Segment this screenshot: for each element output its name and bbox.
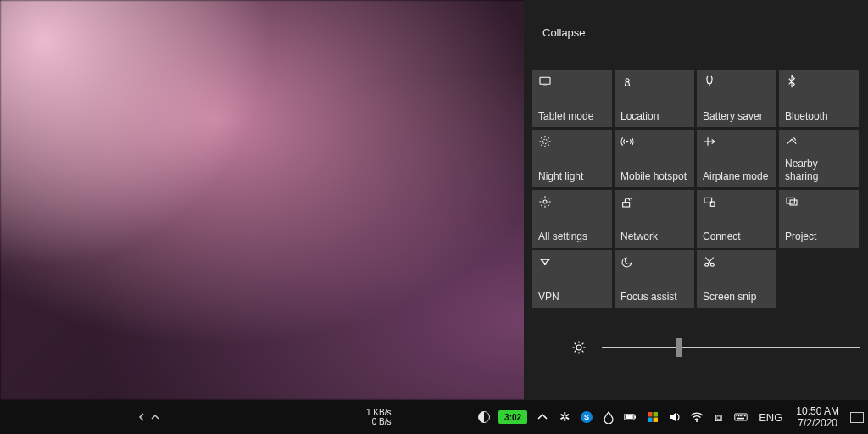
action-center-panel: Collapse Tablet modeLocationBattery save… [524,0,868,400]
svg-rect-44 [735,414,747,420]
svg-point-4 [542,139,547,143]
svg-rect-39 [648,412,653,417]
brightness-icon [571,340,587,355]
tile-label: Nearby sharing [785,158,853,182]
tile-label: VPN [538,291,606,303]
nearby-icon [785,135,798,148]
svg-rect-15 [623,203,630,207]
svg-rect-1 [543,86,547,86]
svg-rect-37 [635,415,637,418]
focus-icon [620,255,634,269]
net-upload-label: 1 KB/s [366,408,391,417]
tile-label: Focus assist [620,291,688,303]
svg-line-11 [541,144,542,145]
svg-line-33 [582,343,584,345]
clock-time: 10:50 AM [796,405,839,417]
brightness-slider[interactable] [602,341,860,354]
droplet-tray-icon[interactable] [598,400,620,434]
quick-action-nearby[interactable]: Nearby sharing [779,130,859,187]
svg-rect-38 [626,415,633,419]
quick-action-focus[interactable]: Focus assist [615,250,694,308]
svg-rect-49 [744,415,746,417]
svg-line-32 [575,351,576,353]
svg-point-25 [576,345,581,350]
quick-action-network[interactable]: Network [615,190,694,248]
clock-date: 7/2/2020 [798,417,837,429]
settings-tray-icon[interactable]: ✲ [554,400,576,434]
security-tray-icon[interactable] [642,400,664,434]
svg-rect-42 [654,418,659,423]
svg-line-10 [548,144,548,145]
svg-rect-40 [654,412,659,417]
quick-action-vpn[interactable]: VPN [532,250,612,308]
quick-action-project[interactable]: Project [779,190,859,248]
svg-rect-47 [740,415,742,417]
svg-rect-45 [737,415,738,417]
collapse-button[interactable]: Collapse [534,19,594,47]
location-icon [620,75,634,88]
phase-tray-icon[interactable] [474,400,494,434]
net-download-label: 0 B/s [366,417,391,426]
quick-action-grid: Tablet modeLocationBattery saverBluetoot… [532,70,861,308]
svg-rect-41 [648,418,653,423]
quick-action-night[interactable]: Night light [532,130,612,187]
airplane-icon [703,135,716,148]
tile-label: Night light [538,170,606,182]
net-speed-indicator: 1 KB/s 0 B/s [366,400,391,434]
left-arrow-icon [137,413,146,421]
quick-action-connect[interactable]: Connect [697,190,776,248]
tile-label: Connect [703,231,771,242]
tile-label: Tablet mode [538,110,606,122]
battery-tray-icon[interactable] [620,400,642,434]
quick-action-airplane[interactable]: Airplane mode [697,130,776,187]
project-icon [785,195,798,209]
svg-rect-18 [787,198,794,203]
svg-rect-46 [738,415,740,417]
night-icon [538,135,552,148]
snip-icon [703,255,716,269]
quick-action-snip[interactable]: Screen snip [697,250,776,308]
quick-action-hotspot[interactable]: Mobile hotspot [615,130,694,187]
svg-line-12 [548,137,548,138]
quick-action-bluetooth[interactable]: Bluetooth [779,70,859,127]
tile-label: Mobile hotspot [620,170,688,182]
quick-action-settings[interactable]: All settings [532,190,612,248]
vpn-icon [538,255,552,269]
tile-label: Location [620,110,688,122]
clock[interactable]: 10:50 AM 7/2/2020 [789,400,846,434]
quick-action-location[interactable]: Location [615,70,694,127]
battery-icon [703,75,716,88]
notifications-button[interactable] [846,400,868,434]
dropbox-tray-icon[interactable]: ⧈ [708,400,730,434]
quick-action-tablet[interactable]: Tablet mode [532,70,612,127]
battery-time-pill[interactable]: 3:02 [494,400,531,434]
network-icon [620,195,634,209]
skype-tray-icon[interactable]: S [576,400,598,434]
language-indicator[interactable]: ENG [752,400,789,434]
tray-overflow-button[interactable] [531,400,554,434]
connect-icon [703,195,716,209]
hotspot-icon [620,135,634,148]
svg-rect-19 [790,200,797,205]
bluetooth-icon [785,75,798,88]
tile-label: All settings [538,231,606,242]
svg-text:S: S [584,413,589,421]
tile-label: Airplane mode [703,170,771,182]
settings-icon [538,195,552,209]
svg-line-31 [582,351,584,353]
svg-line-30 [575,343,576,345]
keyboard-tray-icon[interactable] [730,400,752,434]
svg-rect-48 [743,415,744,417]
svg-point-13 [626,141,629,143]
taskbar: 1 KB/s 0 B/s 3:02 ✲ S ⧈ ENG 10:50 AM 7/2… [0,400,868,434]
svg-point-43 [696,420,698,422]
svg-rect-50 [737,418,744,420]
up-arrow-icon [151,413,159,421]
svg-point-14 [543,200,547,203]
tile-label: Battery saver [703,110,771,122]
volume-tray-icon[interactable] [664,400,686,434]
quick-action-battery[interactable]: Battery saver [697,70,776,127]
svg-line-9 [541,137,542,138]
wifi-tray-icon[interactable] [686,400,708,434]
tile-label: Bluetooth [785,110,853,122]
